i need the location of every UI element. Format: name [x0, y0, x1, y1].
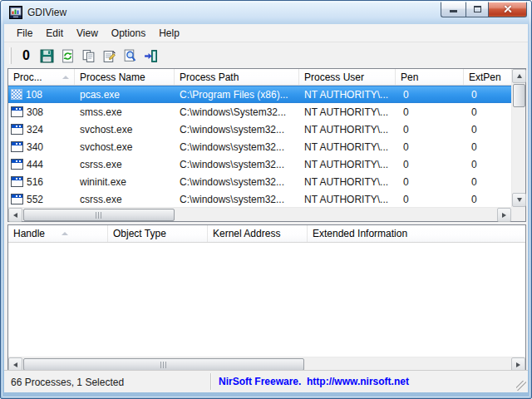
pen-count: 0 [396, 155, 464, 173]
process-row[interactable]: 516 wininit.exe C:\windows\system32... N… [8, 173, 511, 190]
process-id: 552 [27, 194, 43, 205]
window-icon [11, 194, 23, 204]
toolbar-gripper [9, 47, 12, 64]
resize-grip[interactable] [516, 381, 526, 391]
process-id: 516 [27, 176, 43, 188]
arrow-left-icon [13, 362, 17, 367]
scroll-right-button[interactable] [497, 208, 511, 222]
process-row[interactable]: 308 smss.exe C:\windows\System32... NT A… [8, 103, 511, 121]
scroll-left-button[interactable] [8, 208, 22, 222]
window-title: GDIView [27, 7, 66, 18]
handle-list-header: Handle Object Type Kernel Address Extend… [8, 225, 525, 243]
process-path: C:\Program Files (x86)... [175, 86, 299, 102]
close-button[interactable] [489, 2, 527, 17]
process-list-hscrollbar[interactable] [8, 207, 511, 221]
copy-button[interactable] [79, 46, 99, 66]
process-name: csrss.exe [75, 155, 175, 173]
sort-ascending-icon [62, 232, 68, 235]
process-row[interactable]: 444 csrss.exe C:\windows\system32... NT … [8, 155, 511, 173]
pen-count: 0 [396, 103, 464, 121]
status-separator [210, 373, 211, 390]
save-icon [40, 49, 54, 63]
process-name: smss.exe [75, 103, 175, 121]
column-header-handle[interactable]: Handle [8, 225, 108, 242]
process-path: C:\windows\system32... [175, 173, 299, 190]
process-row[interactable]: 340 svchost.exe C:\windows\system32... N… [8, 138, 511, 155]
minimize-button[interactable] [441, 2, 466, 17]
window-icon [11, 124, 23, 135]
process-path: C:\windows\system32... [175, 138, 299, 155]
exit-button[interactable] [141, 46, 161, 66]
reset-gdi-counters-button[interactable]: 0 [17, 46, 37, 66]
process-user: NT AUTHORITY\... [299, 103, 396, 121]
menu-file[interactable]: File [10, 25, 39, 42]
arrow-left-icon [13, 213, 17, 218]
menu-options[interactable]: Options [105, 25, 152, 42]
properties-icon [102, 49, 116, 63]
process-user: NT AUTHORITY\... [299, 86, 396, 102]
find-button[interactable] [121, 46, 140, 66]
handle-list-hscrollbar[interactable] [8, 357, 525, 371]
scroll-up-button[interactable] [512, 69, 526, 83]
column-header-kernel-address[interactable]: Kernel Address [208, 225, 308, 242]
maximize-button[interactable] [466, 2, 489, 17]
menu-view[interactable]: View [70, 25, 105, 42]
column-header-process-path[interactable]: Process Path [175, 69, 299, 85]
hscroll-thumb[interactable] [23, 358, 304, 371]
scroll-down-button[interactable] [512, 193, 526, 207]
process-name: csrss.exe [75, 190, 175, 207]
refresh-button[interactable] [58, 46, 78, 66]
window-icon [11, 176, 23, 187]
column-header-extpen[interactable]: ExtPen [464, 69, 511, 85]
copy-icon [81, 49, 96, 63]
scrollbar-corner [511, 207, 525, 221]
exit-icon [144, 49, 158, 63]
maximize-icon [474, 6, 481, 12]
process-rows: 108 pcas.exe C:\Program Files (x86)... N… [8, 86, 511, 207]
menu-edit[interactable]: Edit [39, 25, 70, 42]
process-path: C:\windows\System32... [175, 103, 299, 121]
pen-count: 0 [396, 173, 464, 190]
pen-count: 0 [396, 138, 464, 155]
process-count-status: 66 Processes, 1 Selected [11, 377, 124, 388]
menu-help[interactable]: Help [152, 25, 186, 42]
process-row[interactable]: 324 svchost.exe C:\windows\system32... N… [8, 121, 511, 138]
process-user: NT AUTHORITY\... [299, 173, 396, 190]
menubar: File Edit View Options Help [4, 24, 528, 42]
minimize-icon [450, 10, 457, 12]
process-row[interactable]: 552 csrss.exe C:\windows\system32... NT … [8, 190, 511, 207]
arrow-down-icon [517, 198, 522, 202]
column-header-process-user[interactable]: Process User [299, 69, 396, 85]
column-header-process-id[interactable]: Proc... [8, 69, 75, 85]
nirsoft-link[interactable]: NirSoft Freeware. http://www.nirsoft.net [219, 376, 409, 387]
refresh-icon [61, 49, 75, 63]
column-header-object-type[interactable]: Object Type [108, 225, 208, 242]
handle-list-pane: Handle Object Type Kernel Address Extend… [7, 224, 526, 372]
process-user: NT AUTHORITY\... [299, 190, 396, 207]
process-name: wininit.exe [75, 173, 175, 190]
pen-count: 0 [396, 86, 464, 102]
process-path: C:\windows\system32... [175, 190, 299, 207]
process-user: NT AUTHORITY\... [299, 155, 396, 173]
extpen-count: 0 [464, 155, 511, 173]
caption-buttons [441, 2, 527, 17]
save-button[interactable] [37, 46, 57, 66]
gdiview-window: GDIView File Edit View Options Help [0, 0, 532, 399]
properties-button[interactable] [100, 46, 120, 66]
process-list-header: Proc... Process Name Process Path Proces… [8, 69, 511, 86]
column-header-process-name[interactable]: Process Name [75, 69, 175, 85]
toolbar: 0 [4, 43, 528, 68]
process-user: NT AUTHORITY\... [299, 121, 396, 138]
hscroll-thumb[interactable] [23, 209, 175, 221]
pen-count: 0 [396, 121, 464, 138]
process-row[interactable]: 108 pcas.exe C:\Program Files (x86)... N… [8, 86, 511, 103]
column-header-extended-information[interactable]: Extended Information [308, 225, 525, 242]
process-list-vscrollbar[interactable] [511, 69, 525, 207]
client-area: File Edit View Options Help 0 [4, 24, 528, 392]
extpen-count: 0 [464, 138, 511, 155]
vscroll-thumb[interactable] [513, 84, 525, 107]
process-user: NT AUTHORITY\... [299, 138, 396, 155]
extpen-count: 0 [464, 121, 511, 138]
column-header-pen[interactable]: Pen [396, 69, 464, 85]
titlebar[interactable]: GDIView [1, 1, 531, 24]
